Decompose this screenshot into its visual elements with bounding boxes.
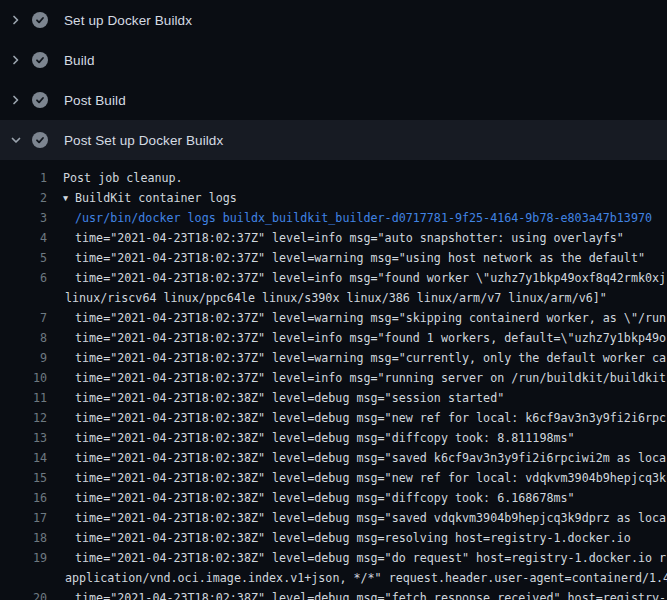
line-number-link[interactable]: 2: [0, 188, 47, 208]
log-text: time="2021-04-23T18:02:38Z" level=debug …: [75, 428, 667, 448]
log-text: time="2021-04-23T18:02:37Z" level=warnin…: [75, 348, 667, 368]
log-text: application/vnd.oci.image.index.v1+json,…: [65, 568, 667, 588]
log-line: 4time="2021-04-23T18:02:37Z" level=info …: [0, 228, 667, 248]
step-row-build[interactable]: Build: [0, 40, 667, 80]
log-text: time="2021-04-23T18:02:38Z" level=debug …: [75, 588, 667, 600]
group-collapse-triangle-down-icon[interactable]: ▼: [63, 188, 75, 208]
line-number-link[interactable]: 10: [0, 368, 47, 388]
line-number-link[interactable]: 19: [0, 548, 47, 568]
log-text: time="2021-04-23T18:02:37Z" level=warnin…: [75, 248, 667, 268]
line-number-link[interactable]: 15: [0, 468, 47, 488]
log-line: 18time="2021-04-23T18:02:38Z" level=debu…: [0, 528, 667, 548]
log-text: time="2021-04-23T18:02:38Z" level=debug …: [75, 508, 667, 528]
log-line: 15time="2021-04-23T18:02:38Z" level=debu…: [0, 468, 667, 488]
log-line: 8time="2021-04-23T18:02:37Z" level=info …: [0, 328, 667, 348]
log-line: 12time="2021-04-23T18:02:38Z" level=debu…: [0, 408, 667, 428]
check-circle-icon: [32, 52, 48, 68]
step-label: Build: [64, 53, 95, 68]
log-text: time="2021-04-23T18:02:37Z" level=info m…: [75, 228, 667, 248]
line-number-link[interactable]: 12: [0, 408, 47, 428]
log-group-header-line[interactable]: 2▼BuildKit container logs: [0, 188, 667, 208]
check-circle-icon: [32, 92, 48, 108]
line-number-link[interactable]: 5: [0, 248, 47, 268]
line-number-link[interactable]: 4: [0, 228, 47, 248]
job-steps-list: Set up Docker BuildxBuildPost BuildPost …: [0, 0, 667, 160]
line-number-link[interactable]: 13: [0, 428, 47, 448]
log-line: 11time="2021-04-23T18:02:38Z" level=debu…: [0, 388, 667, 408]
line-number-link[interactable]: 14: [0, 448, 47, 468]
log-text: time="2021-04-23T18:02:38Z" level=debug …: [75, 488, 667, 508]
step-label: Post Build: [64, 93, 126, 108]
log-line: 1Post job cleanup.: [0, 168, 667, 188]
check-circle-icon: [32, 132, 48, 148]
chevron-right-icon: [8, 52, 24, 68]
log-text: linux/riscv64 linux/ppc64le linux/s390x …: [65, 288, 667, 308]
log-line: application/vnd.oci.image.index.v1+json,…: [0, 568, 667, 588]
log-group-text: ▼BuildKit container logs: [63, 188, 667, 208]
log-text: time="2021-04-23T18:02:37Z" level=info m…: [75, 328, 667, 348]
log-line: 13time="2021-04-23T18:02:38Z" level=debu…: [0, 428, 667, 448]
log-text: time="2021-04-23T18:02:38Z" level=debug …: [75, 448, 667, 468]
log-line: 19time="2021-04-23T18:02:38Z" level=debu…: [0, 548, 667, 568]
log-line: 7time="2021-04-23T18:02:37Z" level=warni…: [0, 308, 667, 328]
log-text: time="2021-04-23T18:02:37Z" level=info m…: [75, 368, 667, 388]
log-text: time="2021-04-23T18:02:38Z" level=debug …: [75, 468, 667, 488]
line-number-link[interactable]: 17: [0, 508, 47, 528]
chevron-right-icon: [8, 92, 24, 108]
log-line: 5time="2021-04-23T18:02:37Z" level=warni…: [0, 248, 667, 268]
line-number-link[interactable]: 8: [0, 328, 47, 348]
line-number-link[interactable]: 6: [0, 268, 47, 288]
step-label: Set up Docker Buildx: [64, 13, 192, 28]
log-text: time="2021-04-23T18:02:38Z" level=debug …: [75, 388, 667, 408]
log-line: 16time="2021-04-23T18:02:38Z" level=debu…: [0, 488, 667, 508]
log-line: linux/riscv64 linux/ppc64le linux/s390x …: [0, 288, 667, 308]
line-number-link[interactable]: 7: [0, 308, 47, 328]
line-number-link[interactable]: 1: [0, 168, 47, 188]
log-text: Post job cleanup.: [63, 168, 667, 188]
log-text: time="2021-04-23T18:02:38Z" level=debug …: [75, 408, 667, 428]
step-row-post-set-up-docker-buildx[interactable]: Post Set up Docker Buildx: [0, 120, 667, 160]
log-group-label: BuildKit container logs: [75, 191, 237, 205]
step-row-post-build[interactable]: Post Build: [0, 80, 667, 120]
log-line: 3/usr/bin/docker logs buildx_buildkit_bu…: [0, 208, 667, 228]
log-text: time="2021-04-23T18:02:37Z" level=warnin…: [75, 308, 667, 328]
log-text: time="2021-04-23T18:02:38Z" level=debug …: [75, 528, 667, 548]
line-number-link[interactable]: 18: [0, 528, 47, 548]
line-number-link[interactable]: 11: [0, 388, 47, 408]
line-number-link[interactable]: 3: [0, 208, 47, 228]
log-text: time="2021-04-23T18:02:38Z" level=debug …: [75, 548, 667, 568]
line-number-link[interactable]: 20: [0, 588, 47, 600]
line-number-link[interactable]: 9: [0, 348, 47, 368]
check-circle-icon: [32, 12, 48, 28]
line-number-link[interactable]: 16: [0, 488, 47, 508]
log-line: 17time="2021-04-23T18:02:38Z" level=debu…: [0, 508, 667, 528]
step-label: Post Set up Docker Buildx: [64, 133, 223, 148]
step-log-area: 1Post job cleanup.2▼BuildKit container l…: [0, 160, 667, 600]
log-text: time="2021-04-23T18:02:37Z" level=info m…: [75, 268, 667, 288]
log-line: 10time="2021-04-23T18:02:37Z" level=info…: [0, 368, 667, 388]
log-line: 6time="2021-04-23T18:02:37Z" level=info …: [0, 268, 667, 288]
chevron-down-icon: [8, 132, 24, 148]
log-line: 9time="2021-04-23T18:02:37Z" level=warni…: [0, 348, 667, 368]
log-line: 20time="2021-04-23T18:02:38Z" level=debu…: [0, 588, 667, 600]
log-line: 14time="2021-04-23T18:02:38Z" level=debu…: [0, 448, 667, 468]
chevron-right-icon: [8, 12, 24, 28]
step-row-set-up-docker-buildx[interactable]: Set up Docker Buildx: [0, 0, 667, 40]
log-command-text: /usr/bin/docker logs buildx_buildkit_bui…: [75, 208, 667, 228]
